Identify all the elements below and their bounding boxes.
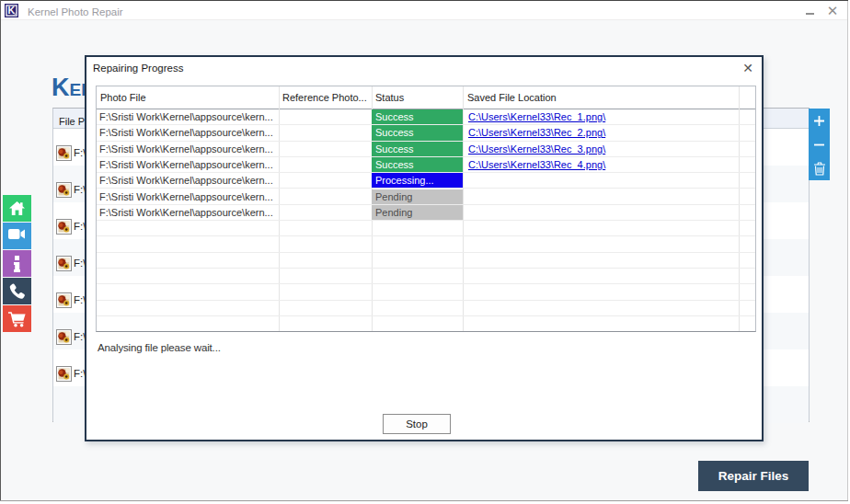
svg-text:K: K (8, 5, 16, 16)
